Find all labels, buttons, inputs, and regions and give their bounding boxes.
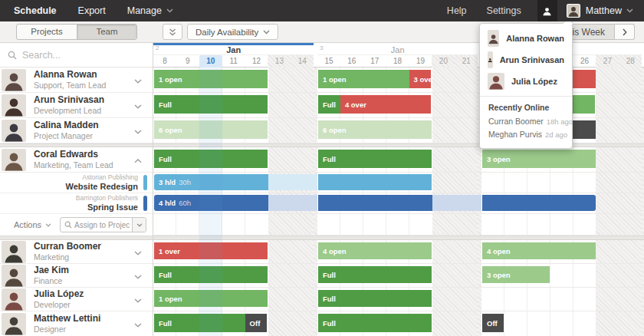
recently-online-item[interactable]: Meghan Purvis2d ago (488, 130, 564, 139)
day-header-cell: 21 (455, 55, 478, 68)
member-row-julia: Julia LópezDeveloper (0, 288, 153, 311)
actions-menu[interactable]: Actions (14, 220, 51, 229)
availability-bar[interactable]: 4 over (340, 95, 432, 114)
chevron-down-icon (45, 223, 51, 227)
expand-row-button[interactable] (131, 289, 145, 309)
expand-row-button[interactable] (131, 120, 145, 140)
day-header-cell: 13 (268, 55, 291, 68)
scheduling-app: Schedule Export Manage Help Settings Mat… (0, 0, 644, 336)
availability-bar[interactable]: 3 over (409, 70, 432, 88)
availability-bar[interactable]: Full (154, 266, 268, 283)
chevron-down-icon (134, 298, 142, 303)
day-header-cell: 20 (432, 55, 455, 68)
project-row-website-redesign: Astorian PublishingWebsite Redesign (0, 173, 153, 193)
menu-member-item[interactable]: Arun Srinivasan (480, 49, 572, 71)
availability-bar[interactable]: 3 open (482, 150, 596, 168)
expand-row-button[interactable] (131, 70, 145, 90)
schedule-row: 1 over4 open4 open (153, 240, 644, 264)
availability-bar[interactable]: 6 open (154, 120, 268, 139)
nav-help[interactable]: Help (437, 5, 477, 16)
member-name: Curran Boomer (34, 241, 101, 252)
schedule-row: 1 openFull (153, 288, 644, 311)
availability-bar[interactable]: 3 open (482, 266, 550, 283)
nav-settings[interactable]: Settings (477, 5, 531, 16)
availability-bar[interactable]: Full (318, 95, 340, 114)
project-allocation-bar[interactable] (318, 195, 432, 211)
availability-bar[interactable]: Full (318, 150, 432, 168)
view-selector-dropdown[interactable]: Daily Availability (187, 24, 278, 40)
open-project-list-button[interactable] (132, 217, 146, 232)
availability-bar[interactable]: 4 open (318, 242, 432, 259)
project-name: Website Redesign (65, 182, 138, 192)
week-header: 2Jan891011121314 (153, 43, 314, 68)
availability-bar[interactable]: Off (245, 314, 268, 332)
nav-manage[interactable]: Manage (127, 5, 173, 16)
project-allocation-bar[interactable]: 4 h/d60h (154, 195, 268, 211)
collapse-row-button[interactable] (131, 150, 145, 170)
user-avatar[interactable] (567, 4, 580, 18)
member-row-arun: Arun SrinivasanDevelopment Lead (0, 93, 153, 118)
project-allocation-bar[interactable] (482, 195, 596, 211)
member-avatar (2, 265, 26, 287)
member-row-jae: Jae KimFinance (0, 264, 153, 288)
schedule-row: FullOffFullOff (153, 311, 644, 336)
availability-bar[interactable] (573, 95, 596, 114)
member-avatar (488, 51, 493, 68)
assign-to-project-input[interactable] (72, 221, 132, 229)
nav-schedule[interactable]: Schedule (14, 5, 57, 16)
member-row-calina: Calina MaddenProject Manager (0, 118, 153, 143)
person-icon (542, 6, 552, 16)
search-input[interactable] (22, 50, 137, 61)
member-role: Marketing (34, 252, 101, 262)
availability-bar[interactable]: 1 open (154, 290, 268, 307)
nav-export[interactable]: Export (78, 5, 106, 16)
collapse-all-button[interactable] (163, 24, 182, 40)
availability-bar[interactable]: Full (154, 314, 245, 332)
member-role: Designer (34, 324, 100, 334)
client-name: Barrington Publishers (76, 194, 138, 202)
expand-row-button[interactable] (131, 95, 145, 115)
search-icon (64, 221, 72, 229)
weekend-carryover-bar (432, 195, 482, 211)
day-header-cell: 19 (409, 55, 432, 68)
member-avatar (2, 288, 26, 311)
expand-row-button[interactable] (131, 314, 145, 334)
availability-bar[interactable]: 6 open (318, 120, 432, 139)
availability-bar[interactable]: Full (154, 95, 268, 114)
project-allocation-bar[interactable]: 3 h/d30h (154, 174, 268, 190)
availability-bar[interactable]: Full (318, 290, 432, 307)
member-row-coral: Coral EdwardsMarketing, Team Lead (0, 147, 153, 173)
next-week-button[interactable] (615, 24, 635, 40)
menu-member-item[interactable]: Alanna Rowan (480, 28, 572, 49)
recently-online-item[interactable]: Curran Boomer18h ago (488, 117, 564, 126)
month-label: Jan (153, 43, 314, 55)
member-name: Jae Kim (34, 265, 69, 276)
tab-team[interactable]: Team (77, 25, 136, 39)
project-allocation-bar[interactable] (318, 174, 432, 190)
project-color-chip (143, 175, 147, 190)
chevron-down-icon (134, 130, 142, 134)
member-role: Development Lead (34, 106, 104, 116)
expand-row-button[interactable] (131, 242, 145, 262)
user-menu-button[interactable] (537, 0, 557, 21)
availability-bar[interactable]: 1 over (154, 242, 268, 259)
availability-bar[interactable]: 1 open (154, 70, 268, 88)
member-row-matthew: Matthew LettiniDesigner (0, 311, 153, 336)
availability-bar[interactable]: Full (318, 314, 432, 332)
schedule-row: FullFull3 open (153, 264, 644, 288)
day-header-cell: 14 (291, 55, 314, 68)
expand-row-button[interactable] (131, 265, 145, 285)
chevron-down-icon (626, 8, 633, 13)
availability-bar[interactable]: Full (154, 150, 268, 168)
chevron-down-icon (136, 223, 143, 227)
availability-bar[interactable]: 1 open (318, 70, 409, 88)
availability-bar[interactable]: Off (482, 314, 504, 332)
availability-bar[interactable]: 4 open (482, 242, 596, 259)
day-header-cell: 11 (222, 55, 245, 68)
tab-projects[interactable]: Projects (17, 25, 77, 39)
menu-member-item[interactable]: Julia López (480, 71, 572, 92)
availability-bar[interactable]: Full (318, 266, 432, 283)
day-header-cell: 26 (573, 55, 596, 68)
account-menu[interactable]: Matthew (586, 5, 644, 16)
user-dropdown-menu: Alanna Rowan Arun Srinivasan Julia López… (479, 23, 573, 149)
